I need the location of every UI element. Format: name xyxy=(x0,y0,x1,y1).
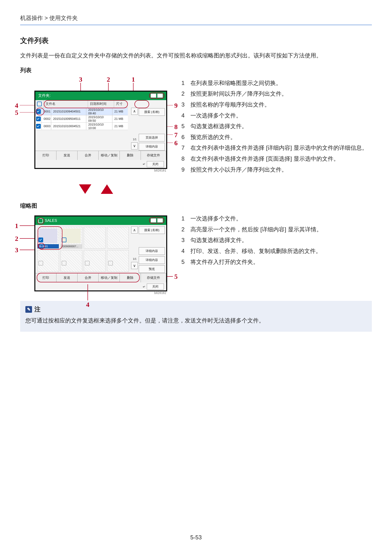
row-size: 21 MB xyxy=(112,123,126,130)
preview-button[interactable]: 预览 xyxy=(139,265,165,273)
row-size: 21 MB xyxy=(112,115,126,123)
merge-button[interactable]: 合并 xyxy=(78,273,99,282)
thumb-checkbox[interactable] xyxy=(62,238,66,243)
callout-2: 2 xyxy=(15,235,18,242)
callout-1: 1 xyxy=(132,76,135,83)
thumb-grid: 08-0001 2009080007... xyxy=(35,225,131,274)
list-view-icon[interactable] xyxy=(150,94,156,98)
legend-2: 按照更新时间以升序／降序列出文件。 xyxy=(190,88,372,99)
size-highlight xyxy=(135,100,149,108)
section-thumb-heading: 缩略图 xyxy=(20,202,372,210)
page-indicator: 1/1 xyxy=(132,137,138,142)
store-button[interactable]: 存储文件 xyxy=(141,273,166,282)
table-row[interactable]: 0001 2015101009404501 2015/10/10 09:40 2… xyxy=(35,108,128,115)
search-button[interactable]: 搜索 (名称) xyxy=(139,108,165,116)
panel-titlebar: 文件夹: xyxy=(35,92,166,100)
merge-button[interactable]: 合并 xyxy=(78,151,99,160)
send-button[interactable]: 发送 xyxy=(57,273,78,282)
legend-3: 按照名称的字母顺序列出文件。 xyxy=(190,99,372,110)
print-button[interactable]: 打印 xyxy=(35,151,57,160)
row-no: 0002 xyxy=(42,115,51,123)
print-button[interactable]: 打印 xyxy=(35,273,57,282)
row-checkbox[interactable] xyxy=(35,123,42,130)
table-row[interactable]: 0003 2015101010004521 2015/10/10 10:00 2… xyxy=(35,123,128,130)
triangle-up-icon xyxy=(101,184,113,194)
page-title: 文件列表 xyxy=(20,36,372,45)
callout-4: 4 xyxy=(86,301,89,308)
callout-1: 1 xyxy=(15,222,18,230)
col-name[interactable]: 文件名 xyxy=(44,100,88,108)
thumb-panel: SALES 08-0001 xyxy=(34,215,167,291)
close-button[interactable]: 关闭 xyxy=(147,161,164,167)
image-id: b020102 xyxy=(154,291,166,295)
select-all-checkbox[interactable] xyxy=(38,218,43,223)
page-indicator: 1/1 xyxy=(132,256,138,262)
move-copy-button[interactable]: 移动／复制 xyxy=(99,273,120,282)
thumb-view-icon[interactable] xyxy=(157,218,163,223)
close-bar: ↵ 关闭 xyxy=(35,161,166,168)
view-toggle[interactable] xyxy=(149,217,164,224)
scroll-down[interactable]: ∨ xyxy=(131,142,138,149)
callout-3: 3 xyxy=(15,246,18,254)
list-view-icon[interactable] xyxy=(150,218,156,223)
row-checkbox[interactable] xyxy=(35,115,42,123)
move-copy-button[interactable]: 移动／复制 xyxy=(99,151,120,160)
detail-button[interactable]: 详细内容 xyxy=(139,143,165,150)
col-size[interactable]: 尺寸 xyxy=(114,100,128,108)
detail-button[interactable]: 详细内容 xyxy=(139,256,165,264)
callout-9: 9 xyxy=(174,102,178,110)
header-rule xyxy=(20,25,372,25)
side-buttons: 搜索 (名称) 详细内容 详细内容 预览 xyxy=(139,226,165,274)
page-number: 5-53 xyxy=(0,534,392,541)
thumb-checkbox[interactable] xyxy=(38,238,43,243)
select-all-checkbox[interactable] xyxy=(35,100,44,108)
delete-button[interactable]: 删除 xyxy=(120,273,141,282)
thumb-label: 08-0001 xyxy=(37,244,59,248)
thumb-item-empty xyxy=(84,250,106,272)
enter-icon: ↵ xyxy=(143,285,145,289)
row-date: 2015/10/10 09:40 xyxy=(86,108,112,115)
thumb-item[interactable]: 08-0001 xyxy=(37,227,59,249)
callout-5: 5 xyxy=(174,273,178,280)
legend-4: 一次选择多个文件。 xyxy=(190,110,372,121)
note-label: 注 xyxy=(34,305,41,314)
legend-1: 在列表显示和缩略图显示之间切换。 xyxy=(190,78,372,88)
legend-9: 按照文件大小以升序／降序列出文件。 xyxy=(190,164,372,175)
thumb-grid-wrap: 08-0001 2009080007... xyxy=(35,225,131,273)
row-name: 2015101009504511 xyxy=(51,115,86,123)
scroll-down[interactable]: ∨ xyxy=(131,262,138,269)
breadcrumb: 机器操作 > 使用文件夹 xyxy=(20,14,372,22)
thumb-item[interactable]: 2009080007... xyxy=(60,227,82,249)
view-toggle[interactable] xyxy=(149,93,164,99)
thumb-block: 1 2 3 5 SALES xyxy=(20,213,372,291)
page-select-button[interactable]: 页面选择 xyxy=(139,134,165,141)
legend-5: 勾选复选框选择文件。 xyxy=(190,121,372,132)
enter-icon: ↵ xyxy=(143,162,145,166)
detail-button[interactable]: 详细内容 xyxy=(139,247,165,255)
callout-5: 5 xyxy=(15,109,18,117)
list-legend: 1在列表显示和缩略图显示之间切换。 2按照更新时间以升序／降序列出文件。 3按照… xyxy=(181,78,372,175)
row-date: 2015/10/10 09:50 xyxy=(86,115,112,123)
col-date[interactable]: 日期和时间 xyxy=(88,100,114,108)
row-no: 0001 xyxy=(42,108,51,115)
table-row[interactable]: 0002 2015101009504511 2015/10/10 09:50 2… xyxy=(35,115,128,123)
triangle-down-icon xyxy=(79,184,91,194)
callout-line xyxy=(87,284,88,300)
close-bar: ↵ 关闭 xyxy=(35,283,166,290)
row-date: 2015/10/10 10:00 xyxy=(86,123,112,130)
scroll-up[interactable]: ∧ xyxy=(131,226,138,234)
delete-button[interactable]: 删除 xyxy=(120,151,141,160)
search-button[interactable]: 搜索 (名称) xyxy=(139,226,165,234)
row-checkbox[interactable] xyxy=(35,108,42,115)
store-button[interactable]: 存储文件 xyxy=(141,151,166,160)
scroll-up[interactable]: ∧ xyxy=(131,108,138,115)
note-box: ✎ 注 您可通过按相应的文件复选框来选择多个文件。但是，请注意，发送文件时无法选… xyxy=(20,301,372,332)
page: 机器操作 > 使用文件夹 文件列表 文件列表是一份在自定义文件夹中存储的文件的列… xyxy=(0,0,392,555)
thumb-label: 2009080007... xyxy=(61,244,82,248)
close-button[interactable]: 关闭 xyxy=(147,284,164,290)
thumb-view-icon[interactable] xyxy=(157,94,163,98)
list-panel: 文件夹: 文件名 日期和时间 尺寸 0001 20151010 xyxy=(34,91,167,169)
bottom-bar: 打印 发送 合并 移动／复制 删除 存储文件 xyxy=(35,273,166,282)
panel-titlebar: SALES xyxy=(35,216,166,225)
send-button[interactable]: 发送 xyxy=(57,151,78,160)
